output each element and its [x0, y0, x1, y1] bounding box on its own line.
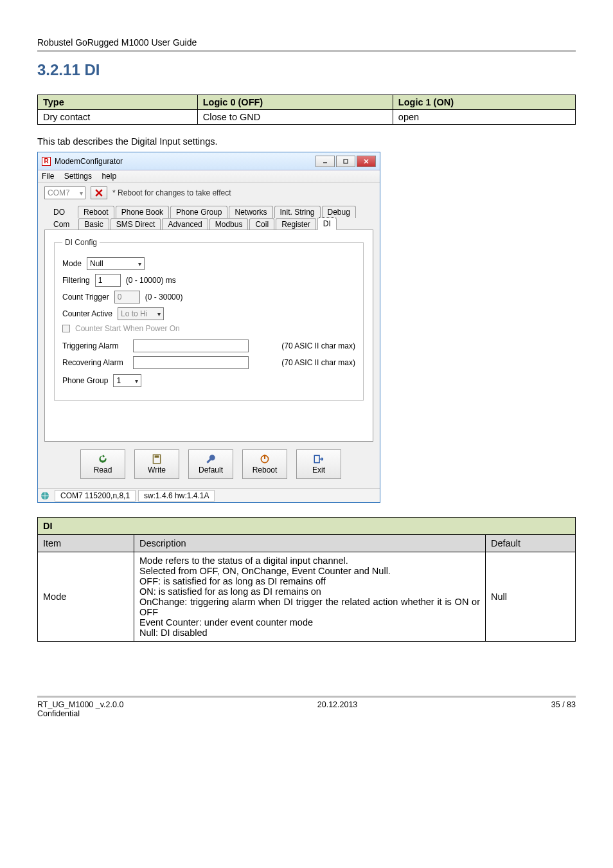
tab-modbus[interactable]: Modbus: [209, 218, 249, 230]
close-button[interactable]: [357, 156, 376, 167]
tab-di[interactable]: DI: [317, 217, 337, 230]
th-logic1: Logic 1 (ON): [393, 95, 575, 110]
default-button[interactable]: Default: [188, 449, 233, 479]
bottom-buttons: Read Write Default Reboot Exit: [44, 442, 373, 484]
filtering-label: Filtering: [62, 276, 90, 285]
mode-label: Mode: [62, 259, 82, 268]
col-default: Default: [486, 535, 576, 552]
desc-line: OnChange: triggering alarm when DI trigg…: [139, 597, 480, 617]
desc-line: Event Counter: under event counter mode: [139, 617, 480, 628]
power-icon: [259, 454, 271, 464]
triggering-alarm-note: (70 ASIC II char max): [281, 341, 355, 350]
col-item: Item: [38, 535, 134, 552]
desc-line: Mode refers to the status of a digital i…: [139, 556, 480, 566]
tabs-row-1: DO Reboot Phone Book Phone Group Network…: [44, 206, 373, 218]
recovering-alarm-input[interactable]: [133, 356, 249, 369]
exit-button[interactable]: Exit: [296, 449, 341, 479]
disconnect-button[interactable]: [91, 186, 107, 199]
filtering-units: (0 - 10000) ms: [126, 276, 176, 285]
col-description: Description: [134, 535, 486, 552]
exit-icon: [313, 454, 324, 464]
counter-active-select[interactable]: Lo to Hi: [118, 307, 164, 320]
exit-button-label: Exit: [312, 466, 325, 475]
counter-start-label: Counter Start When Power On: [75, 324, 180, 333]
tabs-row-2: Com Basic SMS Direct Advanced Modbus Coi…: [44, 217, 373, 230]
reboot-note: * Reboot for changes to take effect: [112, 188, 231, 197]
menubar: File Settings help: [38, 170, 380, 183]
di-config-group: DI Config Mode Null Filtering 1 (0 - 100…: [54, 238, 364, 401]
desc-line: ON: is satisfied for as long as DI remai…: [139, 586, 480, 597]
di-table-title: DI: [38, 518, 576, 535]
read-button[interactable]: Read: [80, 449, 125, 479]
desc-line: Null: DI disabled: [139, 628, 480, 638]
phone-group-select[interactable]: 1: [113, 374, 141, 387]
tab-register[interactable]: Register: [276, 218, 316, 230]
triggering-alarm-input[interactable]: [133, 339, 249, 352]
wrench-icon: [205, 454, 217, 464]
di-description-table: DI Item Description Default Mode Mode re…: [37, 517, 576, 642]
phone-group-label: Phone Group: [62, 376, 108, 385]
recovering-alarm-label: Recovering Alarm: [62, 358, 128, 367]
tab-coil[interactable]: Coil: [249, 218, 274, 230]
close-icon: [95, 189, 103, 197]
type-logic-table: Type Logic 0 (OFF) Logic 1 (ON) Dry cont…: [37, 95, 576, 125]
th-type: Type: [38, 95, 198, 110]
tab-description: This tab describes the Digital Input set…: [37, 136, 576, 147]
tab-reboot[interactable]: Reboot: [78, 206, 114, 218]
tab-sms-direct[interactable]: SMS Direct: [111, 218, 161, 230]
filtering-input[interactable]: 1: [95, 274, 121, 287]
maximize-button[interactable]: [336, 156, 355, 167]
reboot-button[interactable]: Reboot: [242, 449, 287, 479]
td-type: Dry contact: [38, 110, 198, 125]
tab-advanced[interactable]: Advanced: [162, 218, 208, 230]
counter-active-label: Counter Active: [62, 309, 112, 318]
menu-file[interactable]: File: [42, 172, 54, 181]
desc-line: Selected from OFF, ON, OnChange, Event C…: [139, 566, 480, 576]
menu-help[interactable]: help: [102, 172, 116, 181]
tab-networks[interactable]: Networks: [229, 206, 272, 218]
footer-page: 35 / 83: [551, 700, 576, 718]
td-logic0: Close to GND: [197, 110, 393, 125]
di-config-legend: DI Config: [62, 238, 100, 247]
di-desc-cell: Mode refers to the status of a digital i…: [134, 552, 486, 642]
tab-com[interactable]: Com: [49, 219, 73, 230]
desc-line: OFF: is satisfied for as long as DI rema…: [139, 576, 480, 586]
svg-rect-1: [344, 159, 348, 163]
count-trigger-units: (0 - 30000): [145, 293, 183, 302]
globe-icon: [40, 491, 49, 500]
td-logic1: open: [393, 110, 575, 125]
counter-start-checkbox[interactable]: [62, 325, 70, 332]
count-trigger-input[interactable]: 0: [114, 291, 140, 303]
read-button-label: Read: [94, 466, 112, 475]
tab-phone-group[interactable]: Phone Group: [170, 206, 227, 218]
tab-basic[interactable]: Basic: [78, 218, 109, 230]
save-icon: [151, 454, 163, 464]
refresh-icon: [97, 454, 109, 464]
svg-rect-7: [155, 455, 159, 457]
count-trigger-label: Count Trigger: [62, 293, 109, 302]
reboot-button-label: Reboot: [253, 466, 278, 475]
modem-configurator-window: R ModemConfigurator File Settings help C…: [37, 152, 380, 503]
status-bar: COM7 115200,n,8,1 sw:1.4.6 hw:1.4.1A: [38, 488, 380, 502]
write-button[interactable]: Write: [134, 449, 179, 479]
recovering-alarm-note: (70 ASIC II char max): [281, 358, 355, 367]
mode-select[interactable]: Null: [87, 257, 145, 270]
tab-phone-book[interactable]: Phone Book: [116, 206, 169, 218]
section-heading: 3.2.11 DI: [37, 61, 576, 79]
th-logic0: Logic 0 (OFF): [197, 95, 393, 110]
com-port-select[interactable]: COM7: [44, 186, 85, 199]
status-com: COM7 115200,n,8,1: [55, 490, 136, 502]
menu-settings[interactable]: Settings: [64, 172, 92, 181]
footer-left-2: Confidential: [37, 709, 123, 718]
svg-rect-10: [314, 455, 319, 462]
titlebar[interactable]: R ModemConfigurator: [38, 152, 380, 170]
page-footer: RT_UG_M1000 _v.2.0.0 Confidential 20.12.…: [37, 696, 576, 718]
tab-init-string[interactable]: Init. String: [274, 206, 321, 218]
footer-left-1: RT_UG_M1000 _v.2.0.0: [37, 700, 123, 709]
tab-debug[interactable]: Debug: [322, 206, 356, 218]
write-button-label: Write: [148, 466, 166, 475]
tab-do[interactable]: DO: [49, 206, 69, 218]
window-title: ModemConfigurator: [55, 157, 315, 166]
footer-date: 20.12.2013: [123, 700, 551, 718]
minimize-button[interactable]: [315, 156, 335, 167]
